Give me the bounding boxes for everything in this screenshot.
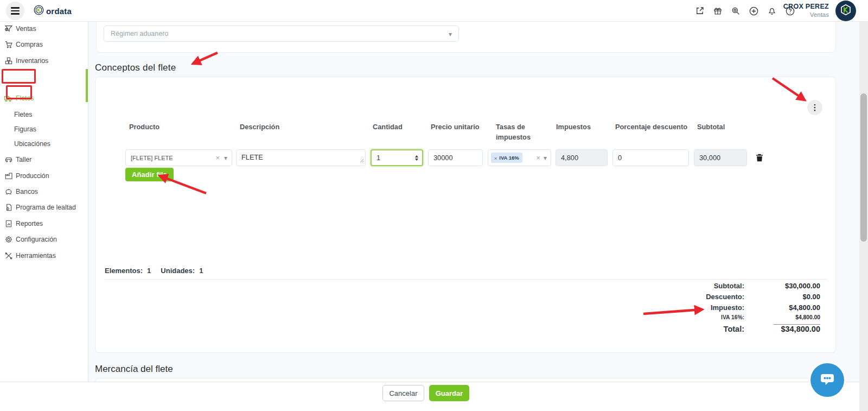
sidebar-item-bancos[interactable]: Bancos	[0, 186, 88, 198]
sidebar-subitem-label: Ubicaciónes	[14, 140, 50, 148]
column-header-descuento: Porcentaje descuento	[615, 122, 687, 132]
sidebar-subitem-label: Figuras	[14, 125, 36, 133]
add-row-button[interactable]: Añadir fila	[125, 168, 174, 181]
conceptos-card: Producto Descripción Cantidad Precio uni…	[95, 77, 836, 353]
unidades-value: 1	[199, 267, 203, 275]
regimen-card: Régimen aduanero	[96, 22, 836, 53]
section-title-mercancia: Mercancía del flete	[95, 364, 173, 375]
totals-panel: Subtotal: $30,000.00 Descuento: $0.00 Im…	[592, 282, 820, 338]
total-value: $30,000.00	[744, 282, 820, 290]
total-label: Impuesto:	[620, 303, 744, 312]
avatar[interactable]	[835, 1, 856, 21]
regimen-aduanero-select[interactable]: Régimen aduanero	[104, 26, 459, 42]
column-header-impuestos: Impuestos	[556, 122, 591, 132]
app-logo[interactable]: ordata	[34, 0, 72, 22]
elementos-value: 1	[147, 267, 151, 275]
sidebar-item-compras[interactable]: Compras	[0, 39, 88, 50]
clear-icon[interactable]	[536, 154, 540, 162]
sidebar-item-label: Taller	[16, 156, 31, 163]
gear-icon	[4, 235, 13, 244]
column-header-descripcion: Descripción	[240, 122, 279, 132]
sidebar-item-taller[interactable]: Taller	[0, 154, 88, 166]
sidebar-item-reportes[interactable]: Reportes	[0, 218, 88, 230]
truck-icon	[4, 94, 13, 103]
sidebar-item-configuracion[interactable]: Configuración	[0, 233, 88, 245]
sidebar-subitem-label: Fletes	[14, 111, 33, 118]
sidebar-item-label: Ventas	[16, 25, 36, 33]
number-stepper-icon[interactable]	[415, 155, 418, 161]
sidebar-subitem-fletes[interactable]: Fletes	[0, 109, 88, 121]
sidebar-item-fletes[interactable]: Fletes	[0, 92, 88, 104]
logo-text: ordata	[46, 7, 72, 16]
regimen-placeholder: Régimen aduanero	[111, 30, 449, 37]
zoom-search-icon[interactable]	[731, 5, 741, 16]
total-label: Descuento:	[620, 293, 744, 301]
scrollbar-track[interactable]	[859, 22, 868, 411]
kebab-menu-icon	[811, 103, 819, 112]
unidades-label: Unidades:	[161, 267, 195, 275]
sidebar-item-produccion[interactable]: Producción	[0, 170, 88, 182]
chevron-down-icon	[449, 29, 452, 39]
chat-bubble-icon	[818, 369, 837, 391]
total-label: IVA 16%:	[620, 314, 744, 320]
column-header-producto: Producto	[129, 122, 159, 132]
resize-handle-icon[interactable]	[360, 156, 364, 165]
producto-value: [FLETE] FLETE	[126, 155, 215, 161]
chip-remove-icon[interactable]	[494, 154, 497, 162]
cantidad-input[interactable]	[372, 150, 415, 165]
sidebar-item-herramientas[interactable]: Herramientas	[0, 250, 88, 262]
sidebar-subitem-figuras[interactable]: Figuras	[0, 123, 88, 135]
total-row-subtotal: Subtotal: $30,000.00	[592, 282, 820, 293]
sidebar-item-inventarios[interactable]: Inventarios	[0, 55, 88, 67]
total-value: $0.00	[744, 293, 820, 301]
sidebar-item-label: Reportes	[16, 220, 43, 227]
sidebar-item-programa-de-lealtad[interactable]: Programa de lealtad	[0, 201, 88, 213]
column-header-cantidad: Cantidad	[373, 122, 403, 132]
menu-icon[interactable]	[6, 2, 24, 20]
chevron-down-icon[interactable]	[544, 154, 547, 162]
delete-row-icon[interactable]	[755, 153, 764, 163]
total-label: Subtotal:	[620, 282, 744, 290]
save-button[interactable]: Guardar	[429, 385, 469, 401]
boxes-icon	[4, 56, 13, 66]
tax-chip-label: IVA 16%	[499, 155, 519, 161]
tools-icon	[4, 251, 13, 261]
sidebar-item-ventas[interactable]: Ventas	[0, 23, 88, 35]
footer-bar: Cancelar Guardar	[0, 382, 859, 411]
totals-divider	[105, 279, 827, 280]
clear-icon[interactable]	[215, 154, 220, 162]
sidebar-item-label: Producción	[16, 172, 49, 180]
tasas-select[interactable]: IVA 16%	[488, 149, 551, 166]
descripcion-textarea[interactable]: FLETE	[237, 150, 365, 166]
precio-unitario-input[interactable]	[429, 150, 482, 166]
sales-funnel-icon	[4, 24, 13, 34]
total-row-descuento: Descuento: $0.00	[592, 293, 820, 303]
card-options-button[interactable]	[807, 100, 822, 115]
chat-widget-button[interactable]	[810, 363, 844, 397]
total-value: $4,800.00	[744, 303, 820, 312]
cancel-button[interactable]: Cancelar	[382, 385, 424, 401]
scrollbar-thumb[interactable]	[860, 93, 867, 242]
external-link-icon[interactable]	[695, 5, 705, 16]
row-summary: Elementos: 1 Unidades: 1	[105, 267, 203, 275]
sidebar-item-label: Bancos	[16, 188, 38, 195]
sidebar-item-label: Fletes	[16, 94, 34, 102]
topbar-actions	[695, 0, 705, 22]
sidebar-subitem-ubicaciones[interactable]: Ubicaciónes	[0, 138, 88, 150]
gift-icon[interactable]	[713, 5, 723, 16]
porcentaje-descuento-input[interactable]	[613, 150, 688, 166]
user-menu[interactable]: CROX PEREZ Ventas	[754, 0, 829, 22]
car-icon	[4, 155, 13, 165]
impuestos-input	[556, 150, 607, 166]
chevron-down-icon[interactable]	[224, 154, 227, 162]
column-header-subtotal: Subtotal	[697, 122, 725, 132]
factory-icon	[4, 172, 13, 181]
sidebar-item-label: Configuración	[16, 236, 57, 243]
cantidad-input-wrap	[371, 149, 423, 166]
producto-select[interactable]: [FLETE] FLETE	[125, 149, 232, 166]
total-row-impuesto: Impuesto: $4,800.00	[592, 303, 820, 314]
total-value: $34,800.00	[744, 325, 820, 333]
loyalty-badge-icon	[4, 203, 13, 212]
sidebar: Ventas Compras Inventarios Fletes Fletes…	[0, 22, 88, 382]
avatar-logo-icon	[839, 3, 853, 19]
